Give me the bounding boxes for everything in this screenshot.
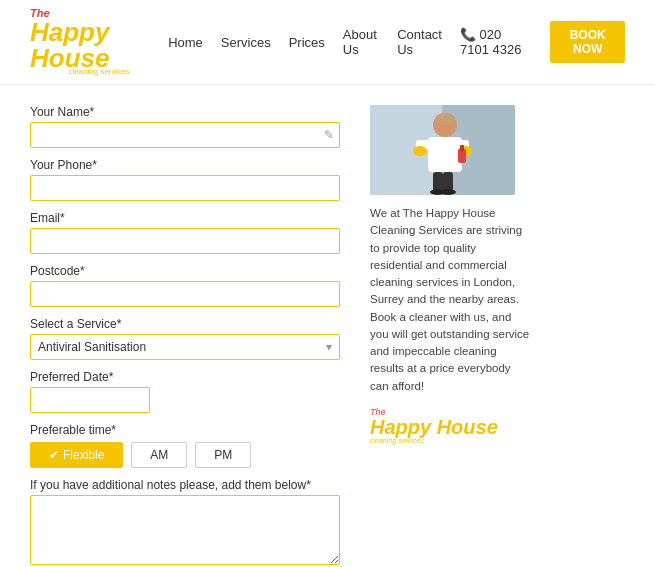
notes-field-group: If you have additional notes please, add… [30, 478, 340, 567]
time-field-group: Preferable time* ✔ Flexible AM PM [30, 423, 340, 468]
email-field-group: Email* [30, 211, 340, 254]
svg-rect-11 [460, 145, 464, 151]
notes-textarea[interactable] [30, 495, 340, 565]
main-content: Your Name* ✎ Your Phone* Email* Postcode… [0, 85, 655, 567]
svg-point-8 [413, 146, 427, 156]
service-label: Select a Service* [30, 317, 340, 331]
sidebar-image [370, 105, 515, 195]
sidebar-logo-sub: cleaning services [370, 437, 530, 444]
time-flexible-button[interactable]: ✔ Flexible [30, 442, 123, 468]
logo-main: Happy House [30, 17, 109, 73]
logo: The Happy House cleaning services [30, 8, 168, 76]
contact-form-section: Your Name* ✎ Your Phone* Email* Postcode… [30, 105, 340, 567]
sidebar-description: We at The Happy House Cleaning Services … [370, 205, 530, 395]
nav-contact[interactable]: Contact Us [397, 27, 442, 57]
name-input-icon: ✎ [324, 128, 334, 142]
checkmark-icon: ✔ [49, 448, 59, 462]
name-label: Your Name* [30, 105, 340, 119]
svg-point-15 [440, 189, 456, 195]
date-label: Preferred Date* [30, 370, 340, 384]
nav-home[interactable]: Home [168, 35, 203, 50]
phone-label: Your Phone* [30, 158, 340, 172]
sidebar: We at The Happy House Cleaning Services … [370, 105, 530, 567]
sidebar-logo-main: Happy House [370, 417, 530, 437]
header: The Happy House cleaning services Home S… [0, 0, 655, 85]
book-now-button[interactable]: BOOK NOW [550, 21, 625, 63]
svg-point-4 [435, 113, 455, 125]
name-input[interactable] [30, 122, 340, 148]
time-label: Preferable time* [30, 423, 340, 437]
nav-phone: 📞 020 7101 4326 [460, 27, 532, 57]
sidebar-image-svg [370, 105, 515, 195]
name-input-wrapper: ✎ [30, 122, 340, 148]
service-field-group: Select a Service* Antiviral Sanitisation… [30, 317, 340, 360]
date-input[interactable] [30, 387, 150, 413]
nav-services[interactable]: Services [221, 35, 271, 50]
date-field-group: Preferred Date* [30, 370, 340, 413]
notes-label: If you have additional notes please, add… [30, 478, 340, 492]
phone-input[interactable] [30, 175, 340, 201]
service-select[interactable]: Antiviral Sanitisation Regular Cleaning … [30, 334, 340, 360]
sidebar-logo: The Happy House cleaning services [370, 407, 530, 444]
service-select-wrapper: Antiviral Sanitisation Regular Cleaning … [30, 334, 340, 360]
svg-rect-10 [458, 149, 466, 163]
main-nav: Home Services Prices About Us Contact Us… [168, 21, 625, 63]
phone-field-group: Your Phone* [30, 158, 340, 201]
email-label: Email* [30, 211, 340, 225]
name-field-group: Your Name* ✎ [30, 105, 340, 148]
postcode-field-group: Postcode* [30, 264, 340, 307]
time-pm-button[interactable]: PM [195, 442, 251, 468]
nav-prices[interactable]: Prices [289, 35, 325, 50]
postcode-input[interactable] [30, 281, 340, 307]
flexible-label: Flexible [63, 448, 104, 462]
time-am-button[interactable]: AM [131, 442, 187, 468]
time-options: ✔ Flexible AM PM [30, 442, 340, 468]
nav-about[interactable]: About Us [343, 27, 379, 57]
email-input[interactable] [30, 228, 340, 254]
postcode-label: Postcode* [30, 264, 340, 278]
